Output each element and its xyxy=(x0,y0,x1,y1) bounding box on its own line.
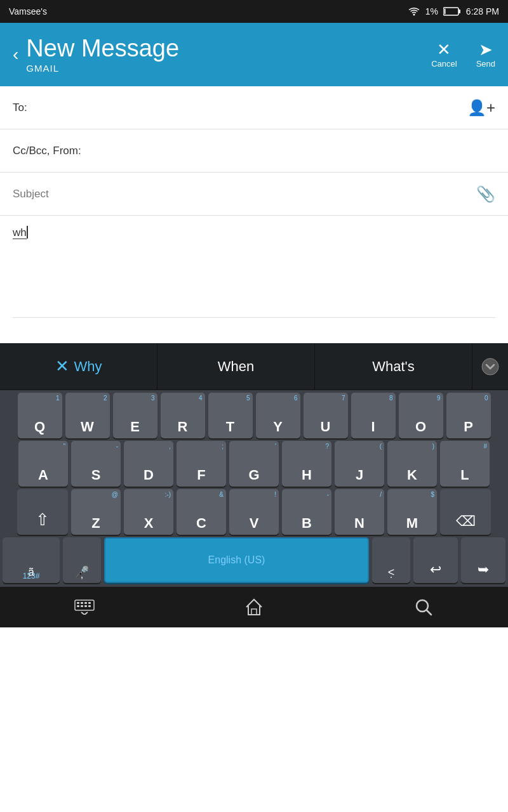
key-period-label: . xyxy=(390,569,392,580)
key-F[interactable]: ;F xyxy=(177,441,226,487)
back-button[interactable]: ‹ xyxy=(13,44,18,65)
send-icon: ➤ xyxy=(479,41,493,58)
keyboard-row-4: ã 123# 🎤 , English (US) < . ↩ ➥ xyxy=(0,535,508,587)
autocomplete-item-0[interactable]: ✕ Why xyxy=(0,343,157,390)
header: ‹ New Message GMAIL ✕ Cancel ➤ Send xyxy=(0,23,508,86)
dismiss-icon[interactable]: ✕ xyxy=(55,357,69,376)
backspace-key[interactable]: ⌫ xyxy=(440,489,491,535)
autocomplete-label-1: When xyxy=(218,358,254,375)
send-label: Send xyxy=(476,59,495,69)
autocomplete-bar: ✕ Why When What's xyxy=(0,343,508,390)
key-W[interactable]: 2W xyxy=(65,393,110,438)
to-input[interactable] xyxy=(114,102,467,114)
cancel-label: Cancel xyxy=(431,59,457,69)
key-comma[interactable]: 🎤 , xyxy=(63,537,101,583)
key-H[interactable]: ?H xyxy=(282,441,331,487)
time-label: 6:28 PM xyxy=(466,6,499,16)
svg-rect-10 xyxy=(77,605,79,607)
svg-line-16 xyxy=(427,610,431,615)
account-label: GMAIL xyxy=(26,63,431,74)
key-N[interactable]: /N xyxy=(335,489,384,535)
key-Q[interactable]: 1Q xyxy=(18,393,62,438)
search-button[interactable] xyxy=(398,587,449,627)
svg-rect-2 xyxy=(458,10,460,13)
svg-point-0 xyxy=(413,14,415,16)
key-U[interactable]: 7U xyxy=(304,393,348,438)
svg-rect-9 xyxy=(88,602,91,604)
carrier-label: Vamsee's xyxy=(9,6,47,16)
key-123-label: 123# xyxy=(23,572,40,580)
key-X[interactable]: :-)X xyxy=(124,489,173,535)
bottom-nav xyxy=(0,587,508,627)
search-icon xyxy=(415,598,432,616)
key-comma-label: , xyxy=(81,569,83,580)
attachment-icon[interactable]: 📎 xyxy=(476,185,495,203)
enter-icon: ➥ xyxy=(478,561,489,583)
send-button[interactable]: ➤ Send xyxy=(476,41,495,69)
keyboard-row-3: ⇧ @Z :-)X &C !V -B /N $M ⌫ xyxy=(0,487,508,535)
undo-key[interactable]: ↩ xyxy=(413,537,458,583)
enter-key[interactable]: ➥ xyxy=(461,537,505,583)
shift-key[interactable]: ⇧ xyxy=(17,489,68,535)
wifi-icon xyxy=(408,7,420,16)
key-B[interactable]: -B xyxy=(282,489,331,535)
keyboard-nav-button[interactable] xyxy=(59,587,110,627)
key-S[interactable]: -S xyxy=(71,441,121,487)
expand-icon xyxy=(481,358,499,376)
keyboard: 1Q 2W 3E 4R 5T 6Y 7U 8I 9O 0P "A -S ,D ;… xyxy=(0,390,508,587)
key-G[interactable]: 'G xyxy=(229,441,279,487)
key-A[interactable]: "A xyxy=(18,441,68,487)
body-text: wh xyxy=(13,226,27,239)
key-P[interactable]: 0P xyxy=(446,393,491,438)
svg-rect-3 xyxy=(444,9,445,15)
keyboard-row-2: "A -S ,D ;F 'G ?H (J )K #L xyxy=(0,438,508,487)
subject-input[interactable] xyxy=(13,188,476,200)
key-E[interactable]: 3E xyxy=(113,393,157,438)
battery-label: 1% xyxy=(425,6,438,16)
key-I[interactable]: 8I xyxy=(351,393,396,438)
subject-field-row: 📎 xyxy=(0,173,508,216)
home-icon xyxy=(245,598,263,616)
key-period[interactable]: < . xyxy=(372,537,410,583)
cc-bcc-input[interactable] xyxy=(114,145,495,157)
autocomplete-item-2[interactable]: What's xyxy=(315,343,472,390)
add-contact-icon[interactable]: 👤+ xyxy=(467,99,495,117)
status-bar: Vamsee's 1% 6:28 PM xyxy=(0,0,508,23)
key-M[interactable]: $M xyxy=(387,489,437,535)
cancel-button[interactable]: ✕ Cancel xyxy=(431,41,457,69)
key-V[interactable]: !V xyxy=(229,489,279,535)
key-C[interactable]: &C xyxy=(177,489,226,535)
autocomplete-item-1[interactable]: When xyxy=(157,343,315,390)
spacebar-key[interactable]: English (US) xyxy=(104,537,369,583)
svg-rect-13 xyxy=(88,605,91,607)
key-Y[interactable]: 6Y xyxy=(256,393,300,438)
key-R[interactable]: 4R xyxy=(161,393,205,438)
key-123[interactable]: ã 123# xyxy=(3,537,60,583)
autocomplete-label-2: What's xyxy=(372,358,415,375)
key-Z[interactable]: @Z xyxy=(71,489,121,535)
cursor xyxy=(27,226,28,239)
svg-rect-8 xyxy=(84,602,87,604)
autocomplete-expand-button[interactable] xyxy=(472,358,508,376)
key-D[interactable]: ,D xyxy=(124,441,173,487)
key-O[interactable]: 9O xyxy=(399,393,443,438)
keyboard-row-1: 1Q 2W 3E 4R 5T 6Y 7U 8I 9O 0P xyxy=(0,390,508,438)
key-K[interactable]: )K xyxy=(387,441,437,487)
cc-bcc-label: Cc/Bcc, From: xyxy=(13,145,114,157)
svg-rect-11 xyxy=(81,605,83,607)
key-J[interactable]: (J xyxy=(335,441,384,487)
body-area[interactable]: wh xyxy=(0,216,508,317)
to-label: To: xyxy=(13,102,114,114)
autocomplete-label-0: Why xyxy=(74,358,102,375)
svg-point-4 xyxy=(482,358,498,375)
svg-rect-14 xyxy=(251,609,257,615)
cc-bcc-field-row: Cc/Bcc, From: xyxy=(0,129,508,173)
home-button[interactable] xyxy=(229,587,279,627)
key-L[interactable]: #L xyxy=(440,441,490,487)
to-field-row: To: 👤+ xyxy=(0,86,508,129)
key-T[interactable]: 5T xyxy=(208,393,253,438)
svg-rect-6 xyxy=(77,602,79,604)
svg-rect-12 xyxy=(84,605,87,607)
keyboard-hide-icon xyxy=(74,599,95,615)
cancel-icon: ✕ xyxy=(437,41,451,58)
